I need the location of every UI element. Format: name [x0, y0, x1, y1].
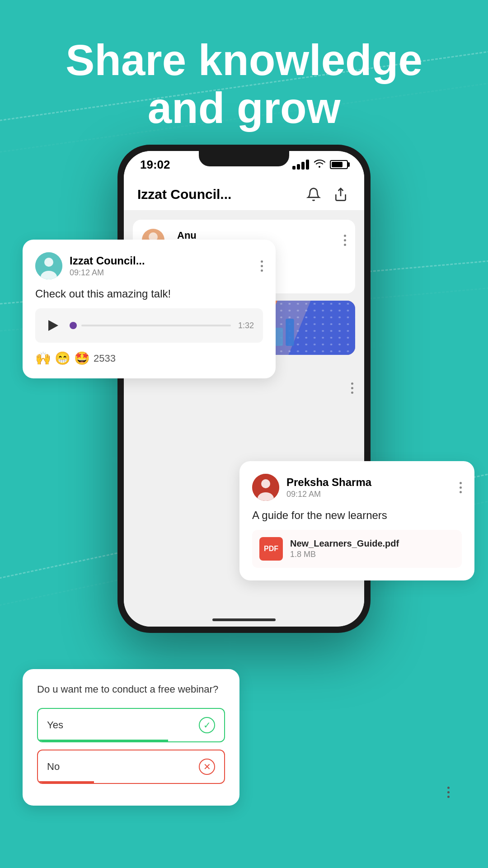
audio-track: [81, 325, 231, 326]
svg-point-11: [44, 258, 53, 267]
izzat-time: 09:12 AM: [70, 268, 145, 278]
poll-question: Do u want me to conduct a free webinar?: [37, 684, 225, 695]
poll-yes-label: Yes: [47, 719, 63, 731]
svg-rect-8: [275, 328, 283, 346]
play-button[interactable]: [44, 316, 62, 335]
battery-icon: [330, 160, 348, 169]
wifi-icon: [314, 158, 325, 171]
share-button[interactable]: [331, 184, 351, 204]
poll-option-yes[interactable]: Yes ✓: [37, 708, 225, 742]
hero-title: Share knowledge and grow: [0, 36, 488, 132]
card-poll: Do u want me to conduct a free webinar? …: [23, 669, 239, 806]
screen-menu-button[interactable]: [351, 382, 353, 394]
preksha-name: Preksha Sharma: [286, 476, 371, 489]
bottom-menu-button[interactable]: [447, 787, 450, 798]
preksha-message: A guide for the new learners: [252, 509, 462, 522]
preksha-avatar: [252, 474, 279, 501]
status-time: 19:02: [140, 158, 170, 172]
izzat-name: Izzat Council...: [70, 255, 145, 267]
poll-no-label: No: [47, 761, 60, 773]
svg-rect-9: [286, 319, 294, 346]
app-title: Izzat Council...: [137, 187, 296, 202]
poll-no-bar: [38, 781, 94, 783]
reaction-count: 2533: [94, 353, 116, 364]
inner-menu-button[interactable]: [344, 235, 346, 246]
reaction-emoji-2: 😁: [55, 351, 70, 366]
pdf-filesize: 1.8 MB: [290, 550, 399, 559]
play-triangle-icon: [48, 320, 58, 331]
card-izzat: Izzat Council... 09:12 AM Check out this…: [23, 240, 276, 378]
notification-button[interactable]: [304, 184, 324, 204]
pdf-attachment[interactable]: PDF New_Learners_Guide.pdf 1.8 MB: [252, 530, 462, 568]
preksha-time: 09:12 AM: [286, 490, 371, 499]
preksha-menu-button[interactable]: [460, 482, 462, 493]
app-header: Izzat Council...: [124, 178, 364, 211]
poll-yes-check-icon: ✓: [199, 717, 215, 733]
status-icons: [292, 158, 348, 171]
audio-dot-icon: [70, 322, 77, 329]
audio-progress[interactable]: [70, 322, 231, 329]
audio-duration: 1:32: [238, 321, 254, 330]
poll-yes-bar: [38, 740, 168, 741]
audio-player: 1:32: [35, 308, 263, 343]
poll-option-no[interactable]: No ✕: [37, 750, 225, 784]
home-bar: [212, 618, 276, 621]
svg-point-14: [261, 479, 270, 488]
izzat-avatar: [35, 252, 62, 279]
pdf-icon: PDF: [259, 537, 283, 561]
reaction-emoji-3: 🤩: [74, 351, 90, 366]
card-preksha: Preksha Sharma 09:12 AM A guide for the …: [239, 461, 474, 580]
phone-notch: [199, 151, 289, 166]
poll-no-cross-icon: ✕: [199, 759, 215, 775]
izzat-menu-button[interactable]: [261, 260, 263, 272]
signal-bars-icon: [292, 160, 309, 170]
reactions: 🙌 😁 🤩 2533: [35, 351, 263, 366]
reaction-emoji-1: 🙌: [35, 351, 51, 366]
pdf-filename: New_Learners_Guide.pdf: [290, 538, 399, 549]
izzat-message: Check out this amazing talk!: [35, 288, 263, 300]
